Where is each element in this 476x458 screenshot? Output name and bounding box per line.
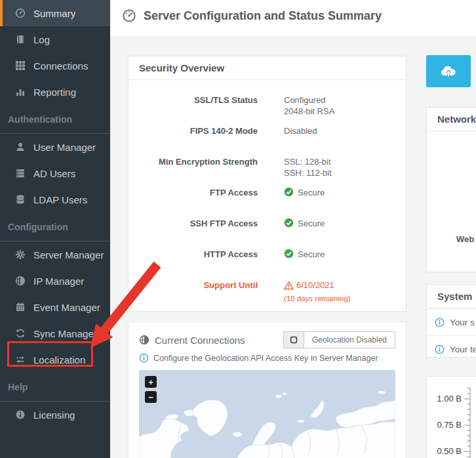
sidebar-item-localization[interactable]: Localization	[0, 346, 110, 373]
check-circle-icon	[284, 218, 294, 228]
bar-chart-icon	[14, 87, 26, 98]
upload-button[interactable]	[426, 55, 471, 87]
ftp-status-value: Secure	[298, 187, 325, 198]
security-row-min-encryption: Min Encryption Strength SSL: 128-bit SSH…	[129, 156, 406, 187]
ssl-status-value: Configured	[284, 94, 334, 106]
sidebar-item-label: LDAP Users	[33, 194, 87, 205]
y-axis	[427, 377, 476, 458]
sidebar-item-reporting[interactable]: Reporting	[0, 79, 110, 105]
sidebar-item-label: Reporting	[33, 87, 76, 98]
map-zoom-in-button[interactable]: +	[145, 376, 157, 388]
warning-triangle-icon	[284, 281, 294, 290]
stop-square-icon	[284, 332, 304, 348]
sidebar-section-authentication: Authentication	[0, 105, 110, 134]
sidebar-item-summary[interactable]: Summary	[0, 0, 110, 26]
globe-icon	[139, 335, 149, 345]
gear-icon	[14, 249, 26, 260]
check-circle-icon	[284, 187, 294, 197]
geolocation-config-note: Configure the Geolocation API Access Key…	[139, 353, 395, 363]
world-map-land	[139, 370, 395, 458]
sidebar-item-licensing[interactable]: Licensing	[0, 402, 110, 428]
system-panel: System Your s Your te	[426, 284, 476, 358]
sidebar-item-label: User Manager	[33, 142, 96, 153]
map-zoom-out-button[interactable]: −	[145, 391, 157, 403]
sidebar-item-log[interactable]: Log	[0, 26, 110, 52]
bandwidth-chart-panel: 1.00 B 0.75 B 0.50 B	[426, 376, 476, 458]
sidebar-item-label: Sync Manager	[33, 328, 97, 339]
geolocation-button-label: Geolocation Disabled	[304, 332, 395, 348]
sidebar-item-ldap-users[interactable]: LDAP Users	[0, 186, 110, 213]
security-row-ssl-tls: SSL/TLS Status Configured 2048-bit RSA	[129, 94, 406, 125]
sidebar-section-help: Help	[0, 373, 110, 402]
grid-icon	[14, 60, 26, 72]
system-panel-title: System	[427, 285, 476, 308]
sidebar-item-label: IP Manager	[33, 276, 84, 287]
sidebar: Summary Log Connections Reporting Authen…	[0, 0, 110, 458]
security-overview-panel: Security Overview SSL/TLS Status Configu…	[128, 56, 407, 312]
calendar-icon	[14, 302, 26, 313]
sidebar-item-label: Summary	[33, 8, 75, 19]
gauge-icon	[122, 9, 136, 23]
security-row-ssh-ftp-access: SSH FTP Access Secure	[129, 218, 406, 249]
book-icon	[14, 34, 26, 45]
gauge-icon	[14, 8, 26, 19]
current-connections-title: Current Connections	[139, 335, 245, 346]
sidebar-item-event-manager[interactable]: Event Manager	[0, 294, 110, 320]
ssl-key-value: 2048-bit RSA	[284, 106, 334, 117]
system-status-row: Your s	[427, 308, 476, 335]
geolocation-toggle-button[interactable]: Geolocation Disabled	[283, 331, 395, 348]
page-title: Server Configuration and Status Summary	[122, 9, 382, 23]
security-row-fips: FIPS 140-2 Mode Disabled	[129, 125, 406, 156]
network-panel-title: Network	[427, 108, 476, 131]
security-overview-title: Security Overview	[129, 56, 406, 80]
sync-icon	[14, 328, 26, 339]
fips-value: Disabled	[284, 125, 317, 156]
info-icon	[435, 344, 445, 354]
database-icon	[14, 194, 26, 205]
info-circle-icon	[14, 409, 26, 421]
world-map[interactable]: + −	[139, 370, 395, 458]
ssh-strength-value: SSH: 112-bit	[284, 167, 332, 178]
system-row-text: Your s	[450, 318, 475, 327]
sidebar-item-sync-manager[interactable]: Sync Manager	[0, 320, 110, 346]
sidebar-item-label: Localization	[33, 354, 85, 365]
sidebar-item-server-manager[interactable]: Server Manager	[0, 241, 110, 268]
system-status-row: Your te	[427, 335, 476, 362]
sidebar-item-label: AD Users	[33, 168, 75, 179]
info-icon	[139, 353, 149, 363]
swap-arrows-icon	[14, 354, 26, 365]
support-date-value: 6/10/2021	[296, 280, 334, 291]
check-circle-icon	[284, 249, 294, 259]
info-icon	[435, 318, 445, 327]
sidebar-section-configuration: Configuration	[0, 213, 110, 241]
sidebar-item-connections[interactable]: Connections	[0, 52, 110, 79]
sidebar-item-label: Event Manager	[33, 302, 100, 313]
sidebar-item-user-manager[interactable]: User Manager	[0, 134, 110, 160]
system-row-text: Your te	[450, 344, 476, 354]
sidebar-item-ip-manager[interactable]: IP Manager	[0, 268, 110, 294]
current-connections-panel: Current Connections Geolocation Disabled…	[128, 322, 407, 458]
support-remaining-note: (10 days remaining)	[284, 293, 351, 304]
ssl-strength-value: SSL: 128-bit	[284, 156, 332, 167]
http-status-value: Secure	[298, 249, 325, 260]
security-overview-body: SSL/TLS Status Configured 2048-bit RSA F…	[129, 80, 406, 310]
sidebar-item-label: Log	[33, 34, 50, 45]
cloud-upload-icon	[440, 65, 457, 78]
sidebar-item-label: Connections	[33, 60, 88, 72]
network-panel: Network Web	[426, 107, 476, 272]
sidebar-item-label: Licensing	[33, 409, 75, 421]
ssh-ftp-status-value: Secure	[298, 218, 325, 229]
security-row-support-until: Support Until 6/10/2021 (10 days remaini…	[129, 280, 406, 310]
server-stack-icon	[14, 168, 26, 179]
security-row-http-access: HTTP Access Secure	[129, 249, 406, 280]
user-icon	[14, 142, 26, 153]
security-row-ftp-access: FTP Access Secure	[129, 187, 406, 218]
web-row-label: Web	[456, 234, 474, 244]
sidebar-item-label: Server Manager	[33, 249, 104, 260]
sidebar-item-ad-users[interactable]: AD Users	[0, 160, 110, 186]
globe-icon	[14, 276, 26, 287]
